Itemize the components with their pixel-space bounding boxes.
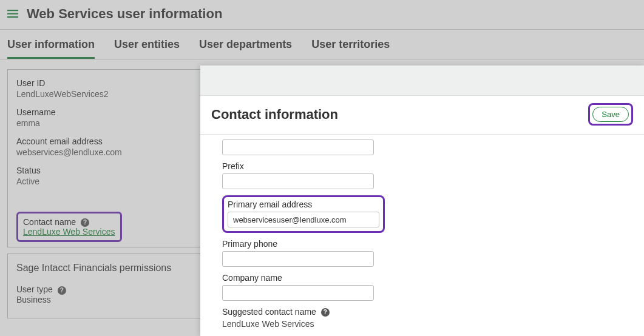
contact-name-label: Contact name ?	[23, 217, 115, 227]
tab-user-entities[interactable]: User entities	[114, 38, 180, 59]
svg-rect-2	[7, 16, 18, 18]
tab-user-territories[interactable]: User territories	[311, 38, 390, 59]
tabs: User information User entities User depa…	[0, 30, 644, 59]
contact-name-block: Contact name ? LendLuxe Web Services	[16, 212, 122, 242]
help-icon[interactable]: ?	[81, 218, 89, 227]
company-name-label: Company name	[222, 273, 632, 283]
modal-topstrip	[200, 66, 644, 96]
help-icon[interactable]: ?	[58, 286, 66, 295]
primary-email-input[interactable]	[228, 212, 379, 227]
modal-title: Contact information	[211, 107, 338, 123]
primary-email-highlight: Primary email address	[222, 195, 385, 233]
menu-icon[interactable]	[7, 10, 18, 18]
prefix-label: Prefix	[222, 161, 632, 171]
contact-information-modal: Contact information Save Prefix Primary …	[200, 66, 644, 336]
primary-phone-label: Primary phone	[222, 239, 632, 249]
help-icon[interactable]: ?	[321, 308, 330, 317]
prefix-input[interactable]	[222, 173, 374, 189]
unlabeled-input[interactable]	[222, 139, 374, 155]
suggested-contact-label: Suggested contact name ?	[222, 307, 632, 317]
tab-user-information[interactable]: User information	[7, 38, 95, 59]
contact-name-link[interactable]: LendLuxe Web Services	[23, 227, 115, 237]
suggested-contact-value: LendLuxe Web Services	[222, 319, 632, 329]
company-name-input[interactable]	[222, 285, 374, 301]
svg-rect-1	[7, 13, 18, 15]
primary-phone-input[interactable]	[222, 251, 374, 267]
primary-email-label: Primary email address	[228, 200, 379, 209]
save-button-highlight: Save	[588, 103, 633, 126]
svg-rect-0	[7, 10, 18, 11]
page-title: Web Services user information	[27, 6, 222, 22]
save-button[interactable]: Save	[592, 107, 629, 122]
tab-user-departments[interactable]: User departments	[199, 38, 292, 59]
